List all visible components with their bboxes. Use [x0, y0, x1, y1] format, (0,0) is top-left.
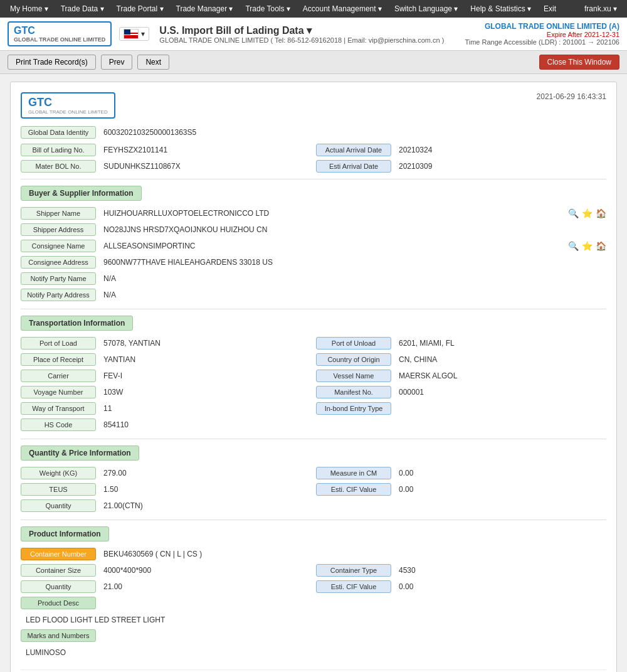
search-icon-consignee[interactable]: 🔍 [567, 240, 579, 252]
esti-arrival-value: 20210309 [395, 160, 606, 173]
mater-bol-value: SUDUNHKSZ110867X [100, 160, 311, 173]
nav-trade-manager[interactable]: Trade Manager ▾ [171, 2, 238, 16]
prev-button-top[interactable]: Prev [101, 55, 133, 70]
page-title: U.S. Import Bill of Lading Data ▾ [159, 24, 465, 36]
vessel-name-group: Vessel Name MAERSK ALGOL [316, 370, 606, 382]
quantity-price-header: Quantity & Price Information [21, 445, 139, 461]
flag-selector[interactable]: ▾ [119, 27, 149, 41]
nav-trade-portal[interactable]: Trade Portal ▾ [112, 2, 169, 16]
esti-arrival-label: Esti Arrival Date [316, 160, 391, 173]
container-size-value: 4000*400*900 [100, 564, 311, 577]
card-header: GTC GLOBAL TRADE ONLINE LIMITED 2021-06-… [21, 92, 606, 119]
transport-section: Transportation Information Port of Load … [21, 316, 606, 431]
next-button-top[interactable]: Next [137, 55, 169, 70]
shipper-address-row: Shipper Address NO28JJNS HRSD7XQAOIJNKOU… [21, 223, 606, 236]
container-size-label: Container Size [21, 564, 96, 577]
way-transport-label: Way of Transport [21, 402, 96, 415]
vessel-name-label: Vessel Name [316, 370, 391, 382]
quantity-price-section: Quantity & Price Information Weight (KG)… [21, 445, 606, 512]
notify-party-address-label: Notify Party Address [21, 289, 96, 301]
product-header: Product Information [21, 526, 109, 541]
port-unload-group: Port of Unload 6201, MIAMI, FL [316, 337, 606, 349]
nav-help-statistics[interactable]: Help & Statistics ▾ [465, 2, 536, 16]
consignee-name-row: Consignee Name ALLSEASONSIMPORTINC 🔍 ⭐ 🏠 [21, 240, 606, 252]
marks-numbers-label-row: Marks and Numbers [21, 629, 606, 642]
container-number-value: BEKU4630569 ( CN | L | CS ) [100, 548, 606, 560]
mater-bol-row: Mater BOL No. SUDUNHKSZ110867X Esti Arri… [21, 160, 606, 173]
teus-cif-row: TEUS 1.50 Esti. CIF Value 0.00 [21, 483, 606, 496]
close-button-top[interactable]: Close This Window [539, 55, 619, 70]
country-origin-value: CN, CHINA [395, 353, 606, 366]
esti-cif-label: Esti. CIF Value [316, 483, 391, 496]
home-icon-shipper[interactable]: 🏠 [595, 208, 606, 219]
card-logo: GTC GLOBAL TRADE ONLINE LIMITED [21, 92, 115, 119]
measure-value: 0.00 [395, 467, 606, 479]
teus-label: TEUS [21, 483, 96, 496]
star-icon-consignee[interactable]: ⭐ [581, 240, 593, 252]
card-logo-sub: GLOBAL TRADE ONLINE LIMITED [28, 109, 108, 115]
nav-exit[interactable]: Exit [539, 2, 561, 16]
inbond-value [395, 407, 606, 410]
header-right: GLOBAL TRADE ONLINE LIMITED (A) Expire A… [465, 22, 619, 46]
weight-measure-row: Weight (KG) 279.00 Measure in CM 0.00 [21, 467, 606, 479]
container-size-group: Container Size 4000*400*900 [21, 564, 311, 577]
search-icon-shipper[interactable]: 🔍 [567, 208, 579, 219]
shipper-address-label: Shipper Address [21, 223, 96, 236]
us-flag [124, 29, 139, 39]
place-receipt-value: YANTIAN [100, 353, 311, 366]
nav-my-home[interactable]: My Home ▾ [5, 2, 53, 16]
logo-subtitle: GLOBAL TRADE ONLINE LIMITED [14, 36, 105, 43]
place-receipt-label: Place of Receipt [21, 353, 96, 366]
global-data-label: Global Data Identity [21, 126, 96, 139]
transport-inbond-row: Way of Transport 11 In-bond Entry Type [21, 402, 606, 415]
port-row: Port of Load 57078, YANTIAN Port of Unlo… [21, 337, 606, 349]
voyage-number-group: Voyage Number 103W [21, 386, 311, 398]
mater-bol-group: Mater BOL No. SUDUNHKSZ110867X [21, 160, 311, 173]
carrier-label: Carrier [21, 370, 96, 382]
consignee-icons: 🔍 ⭐ 🏠 [567, 240, 606, 252]
shipper-name-label: Shipper Name [21, 207, 96, 220]
nav-items: My Home ▾ Trade Data ▾ Trade Portal ▾ Tr… [5, 2, 561, 16]
nav-account-management[interactable]: Account Management ▾ [298, 2, 387, 16]
buyer-supplier-section: Buyer & Supplier Information Shipper Nam… [21, 186, 606, 301]
inbond-group: In-bond Entry Type [316, 402, 606, 415]
nav-trade-tools[interactable]: Trade Tools ▾ [240, 2, 295, 16]
measure-label: Measure in CM [316, 467, 391, 479]
product-desc-value: LED FLOOD LIGHT LED STREET LIGHT [21, 613, 606, 629]
page-info: U.S. Import Bill of Lading Data 1 / 1 60… [21, 669, 606, 672]
container-type-group: Container Type 4530 [316, 564, 606, 577]
global-data-value: 60032021032500001363S5 [100, 126, 606, 139]
card-logo-box: GTC GLOBAL TRADE ONLINE LIMITED [21, 92, 115, 119]
global-data-row: Global Data Identity 6003202103250000136… [21, 126, 606, 139]
consignee-address-label: Consignee Address [21, 256, 96, 269]
home-icon-consignee[interactable]: 🏠 [595, 240, 606, 252]
nav-switch-language[interactable]: Switch Language ▾ [389, 2, 463, 16]
voyage-number-value: 103W [100, 386, 311, 398]
company-name: GLOBAL TRADE ONLINE LIMITED (A) [465, 22, 619, 31]
top-navigation: My Home ▾ Trade Data ▾ Trade Portal ▾ Tr… [0, 0, 627, 18]
voyage-manifest-row: Voyage Number 103W Manifest No. 000001 [21, 386, 606, 398]
manifest-no-label: Manifest No. [316, 386, 391, 398]
user-menu[interactable]: frank.xu ▾ [584, 4, 622, 13]
marks-numbers-label: Marks and Numbers [21, 629, 96, 642]
voyage-number-label: Voyage Number [21, 386, 96, 398]
page-subtitle: GLOBAL TRADE ONLINE LIMITED ( Tel: 86-51… [159, 36, 465, 44]
container-type-label: Container Type [316, 564, 391, 577]
print-button-top[interactable]: Print Trade Record(s) [8, 55, 96, 70]
actual-arrival-value: 20210324 [395, 144, 606, 156]
marks-numbers-value: LUMINOSO [21, 646, 606, 662]
notify-party-name-label: Notify Party Name [21, 272, 96, 285]
star-icon-shipper[interactable]: ⭐ [581, 208, 593, 219]
time-range: Time Range Accessible (LDR) : 201001 → 2… [465, 38, 619, 46]
card-date: 2021-06-29 16:43:31 [537, 92, 606, 101]
product-qty-cif-row: Quantity 21.00 Esti. CIF Value 0.00 [21, 580, 606, 593]
product-qty-label: Quantity [21, 580, 96, 593]
container-number-row: Container Number BEKU4630569 ( CN | L | … [21, 548, 606, 560]
actual-arrival-label: Actual Arrival Date [316, 144, 391, 156]
bol-value: FEYHSZX2101141 [100, 144, 311, 156]
nav-trade-data[interactable]: Trade Data ▾ [56, 2, 109, 16]
inbond-label: In-bond Entry Type [316, 402, 391, 415]
notify-party-name-value: N/A [100, 272, 606, 285]
shipper-name-value: HUIZHOUARRLLUXOPTOELECTRONICCO LTD [100, 207, 564, 220]
shipper-name-row: Shipper Name HUIZHOUARRLLUXOPTOELECTRONI… [21, 207, 606, 220]
